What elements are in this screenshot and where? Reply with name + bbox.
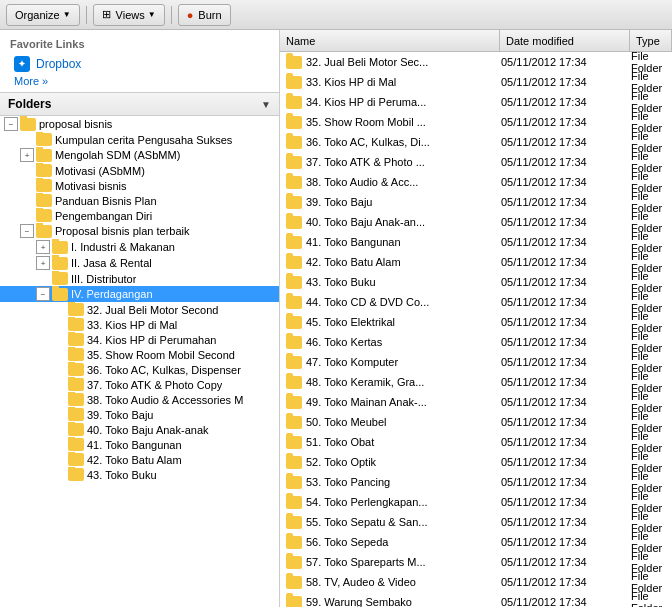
- toolbar: Organize ▼ ⊞ Views ▼ ● Burn: [0, 0, 672, 30]
- col-type-label: Type: [636, 35, 660, 47]
- folder-icon-f42: [68, 453, 84, 466]
- file-row[interactable]: 56. Toko Sepeda 05/11/2012 17:34 File Fo…: [280, 532, 672, 552]
- col-header-date[interactable]: Date modified: [500, 30, 630, 51]
- file-folder-icon: [286, 596, 302, 608]
- file-row[interactable]: 39. Toko Baju 05/11/2012 17:34 File Fold…: [280, 192, 672, 212]
- file-name: 32. Jual Beli Motor Sec...: [306, 56, 501, 68]
- tree-item-motivasi-bisnis[interactable]: Motivasi bisnis: [0, 178, 279, 193]
- file-date: 05/11/2012 17:34: [501, 576, 631, 588]
- file-row[interactable]: 41. Toko Bangunan 05/11/2012 17:34 File …: [280, 232, 672, 252]
- file-folder-icon: [286, 296, 302, 309]
- file-row[interactable]: 34. Kios HP di Peruma... 05/11/2012 17:3…: [280, 92, 672, 112]
- file-row[interactable]: 57. Toko Spareparts M... 05/11/2012 17:3…: [280, 552, 672, 572]
- file-row[interactable]: 47. Toko Komputer 05/11/2012 17:34 File …: [280, 352, 672, 372]
- tree-item-f40[interactable]: 40. Toko Baju Anak-anak: [0, 422, 279, 437]
- tree-item-f39[interactable]: 39. Toko Baju: [0, 407, 279, 422]
- file-row[interactable]: 35. Show Room Mobil ... 05/11/2012 17:34…: [280, 112, 672, 132]
- tree-item-motivasi[interactable]: Motivasi (ASbMM): [0, 163, 279, 178]
- file-folder-icon: [286, 76, 302, 89]
- file-row[interactable]: 33. Kios HP di Mal 05/11/2012 17:34 File…: [280, 72, 672, 92]
- folders-header[interactable]: Folders ▼: [0, 93, 279, 116]
- file-list[interactable]: 32. Jual Beli Motor Sec... 05/11/2012 17…: [280, 52, 672, 607]
- file-date: 05/11/2012 17:34: [501, 556, 631, 568]
- file-date: 05/11/2012 17:34: [501, 396, 631, 408]
- expand-icon-proposal-bisnis[interactable]: −: [4, 117, 18, 131]
- expand-icon-industri[interactable]: +: [36, 240, 50, 254]
- dropbox-link[interactable]: ✦ Dropbox: [10, 54, 269, 74]
- file-row[interactable]: 48. Toko Keramik, Gra... 05/11/2012 17:3…: [280, 372, 672, 392]
- tree-item-panduan[interactable]: Panduan Bisnis Plan: [0, 193, 279, 208]
- dropbox-icon: ✦: [14, 56, 30, 72]
- folder-icon-f38: [68, 393, 84, 406]
- file-row[interactable]: 38. Toko Audio & Acc... 05/11/2012 17:34…: [280, 172, 672, 192]
- file-name: 47. Toko Komputer: [306, 356, 501, 368]
- tree-label-kumpulan: Kumpulan cerita Pengusaha Sukses: [55, 134, 232, 146]
- tree-item-f32[interactable]: 32. Jual Beli Motor Second: [0, 302, 279, 317]
- organize-label: Organize: [15, 9, 60, 21]
- tree-item-proposal-terbaik[interactable]: −Proposal bisnis plan terbaik: [0, 223, 279, 239]
- folder-icon-proposal-bisnis: [20, 118, 36, 131]
- tree-item-jasa[interactable]: +II. Jasa & Rental: [0, 255, 279, 271]
- views-chevron-icon: ▼: [148, 10, 156, 19]
- favorite-links-title: Favorite Links: [10, 38, 269, 50]
- file-date: 05/11/2012 17:34: [501, 376, 631, 388]
- file-date: 05/11/2012 17:34: [501, 216, 631, 228]
- tree-label-proposal-bisnis: proposal bisnis: [39, 118, 112, 130]
- tree-item-f33[interactable]: 33. Kios HP di Mal: [0, 317, 279, 332]
- tree-item-f42[interactable]: 42. Toko Batu Alam: [0, 452, 279, 467]
- file-row[interactable]: 51. Toko Obat 05/11/2012 17:34 File Fold…: [280, 432, 672, 452]
- file-row[interactable]: 59. Warung Sembako 05/11/2012 17:34 File…: [280, 592, 672, 607]
- expand-icon-perdagangan[interactable]: −: [36, 287, 50, 301]
- expand-icon-jasa[interactable]: +: [36, 256, 50, 270]
- col-header-type[interactable]: Type: [630, 30, 672, 51]
- file-row[interactable]: 36. Toko AC, Kulkas, Di... 05/11/2012 17…: [280, 132, 672, 152]
- tree-item-f35[interactable]: 35. Show Room Mobil Second: [0, 347, 279, 362]
- file-row[interactable]: 44. Toko CD & DVD Co... 05/11/2012 17:34…: [280, 292, 672, 312]
- tree-item-industri[interactable]: +I. Industri & Makanan: [0, 239, 279, 255]
- col-header-name[interactable]: Name: [280, 30, 500, 51]
- tree-item-pengembangan[interactable]: Pengembangan Diri: [0, 208, 279, 223]
- more-link[interactable]: More »: [10, 74, 269, 88]
- file-name: 50. Toko Meubel: [306, 416, 501, 428]
- file-row[interactable]: 49. Toko Mainan Anak-... 05/11/2012 17:3…: [280, 392, 672, 412]
- folder-icon-f35: [68, 348, 84, 361]
- tree-item-f34[interactable]: 34. Kios HP di Perumahan: [0, 332, 279, 347]
- tree-item-f38[interactable]: 38. Toko Audio & Accessories M: [0, 392, 279, 407]
- tree-item-kumpulan[interactable]: Kumpulan cerita Pengusaha Sukses: [0, 132, 279, 147]
- file-row[interactable]: 40. Toko Baju Anak-an... 05/11/2012 17:3…: [280, 212, 672, 232]
- burn-button[interactable]: ● Burn: [178, 4, 231, 26]
- file-row[interactable]: 52. Toko Optik 05/11/2012 17:34 File Fol…: [280, 452, 672, 472]
- tree-item-f36[interactable]: 36. Toko AC, Kulkas, Dispenser: [0, 362, 279, 377]
- file-row[interactable]: 32. Jual Beli Motor Sec... 05/11/2012 17…: [280, 52, 672, 72]
- tree-label-pengembangan: Pengembangan Diri: [55, 210, 152, 222]
- file-row[interactable]: 53. Toko Pancing 05/11/2012 17:34 File F…: [280, 472, 672, 492]
- burn-label: Burn: [198, 9, 221, 21]
- file-row[interactable]: 45. Toko Elektrikal 05/11/2012 17:34 Fil…: [280, 312, 672, 332]
- tree-label-distributor: III. Distributor: [71, 273, 136, 285]
- tree-item-distributor[interactable]: III. Distributor: [0, 271, 279, 286]
- file-row[interactable]: 55. Toko Sepatu & San... 05/11/2012 17:3…: [280, 512, 672, 532]
- tree-item-proposal-bisnis[interactable]: −proposal bisnis: [0, 116, 279, 132]
- file-row[interactable]: 58. TV, Audeo & Video 05/11/2012 17:34 F…: [280, 572, 672, 592]
- expand-icon-mengolah[interactable]: +: [20, 148, 34, 162]
- tree-item-mengolah[interactable]: +Mengolah SDM (ASbMM): [0, 147, 279, 163]
- file-folder-icon: [286, 176, 302, 189]
- tree-item-f37[interactable]: 37. Toko ATK & Photo Copy: [0, 377, 279, 392]
- organize-button[interactable]: Organize ▼: [6, 4, 80, 26]
- file-row[interactable]: 42. Toko Batu Alam 05/11/2012 17:34 File…: [280, 252, 672, 272]
- tree-item-f43[interactable]: 43. Toko Buku: [0, 467, 279, 482]
- file-date: 05/11/2012 17:34: [501, 116, 631, 128]
- file-row[interactable]: 46. Toko Kertas 05/11/2012 17:34 File Fo…: [280, 332, 672, 352]
- file-row[interactable]: 37. Toko ATK & Photo ... 05/11/2012 17:3…: [280, 152, 672, 172]
- views-icon: ⊞: [102, 8, 111, 21]
- tree-container[interactable]: −proposal bisnisKumpulan cerita Pengusah…: [0, 116, 279, 607]
- col-name-label: Name: [286, 35, 315, 47]
- views-button[interactable]: ⊞ Views ▼: [93, 4, 165, 26]
- tree-item-f41[interactable]: 41. Toko Bangunan: [0, 437, 279, 452]
- expand-icon-proposal-terbaik[interactable]: −: [20, 224, 34, 238]
- file-row[interactable]: 43. Toko Buku 05/11/2012 17:34 File Fold…: [280, 272, 672, 292]
- file-row[interactable]: 50. Toko Meubel 05/11/2012 17:34 File Fo…: [280, 412, 672, 432]
- col-date-label: Date modified: [506, 35, 574, 47]
- file-row[interactable]: 54. Toko Perlengkapan... 05/11/2012 17:3…: [280, 492, 672, 512]
- tree-item-perdagangan[interactable]: −IV. Perdagangan: [0, 286, 279, 302]
